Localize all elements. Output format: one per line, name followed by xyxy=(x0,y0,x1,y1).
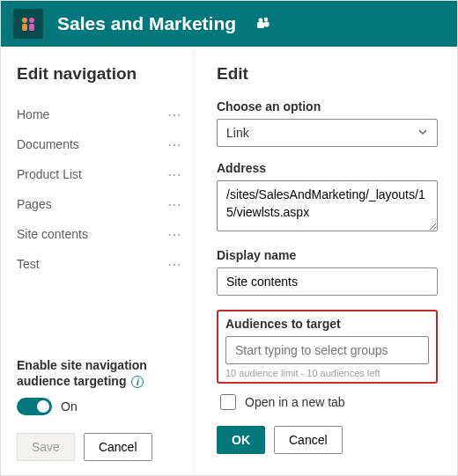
edit-panel-title: Edit xyxy=(217,64,438,84)
option-value: Link xyxy=(226,126,249,140)
app-title: Sales and Marketing xyxy=(57,13,236,34)
nav-item-site-contents[interactable]: Site contents ⋯ xyxy=(17,219,188,249)
audience-targeting-toggle-block: Enable site navigation audience targetin… xyxy=(17,343,188,461)
address-label: Address xyxy=(217,161,438,175)
toggle-state-label: On xyxy=(61,399,78,414)
nav-item-product-list[interactable]: Product List ⋯ xyxy=(17,159,188,189)
more-icon[interactable]: ⋯ xyxy=(167,196,188,213)
app-logo-icon xyxy=(13,9,43,39)
app-header: Sales and Marketing xyxy=(1,1,457,47)
more-icon[interactable]: ⋯ xyxy=(167,226,188,243)
option-label: Choose an option xyxy=(217,99,438,114)
more-icon[interactable]: ⋯ xyxy=(167,106,188,123)
displayname-label: Display name xyxy=(217,248,438,262)
nav-item-documents[interactable]: Documents ⋯ xyxy=(17,129,188,159)
callout-caret-icon xyxy=(195,265,196,281)
nav-list: Home ⋯ Documents ⋯ Product List ⋯ Pages … xyxy=(17,99,188,279)
nav-item-label: Test xyxy=(17,257,40,271)
audiences-section-highlight: Audiences to target 10 audience limit - … xyxy=(217,310,438,384)
teams-icon xyxy=(255,15,271,33)
nav-item-test[interactable]: Test ⋯ xyxy=(17,249,188,279)
chevron-down-icon xyxy=(417,126,428,140)
open-new-tab-label: Open in a new tab xyxy=(245,395,345,409)
audiences-input[interactable] xyxy=(225,336,429,364)
svg-point-2 xyxy=(29,18,34,23)
edit-navigation-panel: Edit navigation Home ⋯ Documents ⋯ Produ… xyxy=(1,47,195,475)
svg-rect-3 xyxy=(29,24,34,31)
more-icon[interactable]: ⋯ xyxy=(167,136,188,153)
audience-targeting-toggle[interactable] xyxy=(17,398,52,415)
svg-rect-6 xyxy=(257,22,264,28)
cancel-button-right[interactable]: Cancel xyxy=(274,426,343,454)
nav-item-label: Documents xyxy=(17,137,79,151)
nav-item-label: Site contents xyxy=(17,227,88,241)
open-new-tab-checkbox[interactable] xyxy=(220,394,236,410)
save-button: Save xyxy=(17,433,75,461)
nav-item-home[interactable]: Home ⋯ xyxy=(17,99,188,129)
cancel-button[interactable]: Cancel xyxy=(84,433,152,461)
nav-item-pages[interactable]: Pages ⋯ xyxy=(17,189,188,219)
edit-link-panel: Edit Choose an option Link Address Displ… xyxy=(195,47,457,475)
audience-targeting-label: Enable site navigation audience targetin… xyxy=(17,357,188,389)
svg-point-5 xyxy=(259,18,263,22)
audience-targeting-label-line1: Enable site navigation xyxy=(17,358,147,372)
nav-item-label: Pages xyxy=(17,197,52,211)
displayname-input[interactable] xyxy=(217,267,438,296)
nav-item-label: Product List xyxy=(17,167,82,181)
address-input[interactable] xyxy=(217,180,438,231)
edit-navigation-title: Edit navigation xyxy=(17,64,188,84)
more-icon[interactable]: ⋯ xyxy=(167,166,188,183)
ok-button[interactable]: OK xyxy=(217,426,265,454)
option-select[interactable]: Link xyxy=(217,119,438,147)
svg-point-4 xyxy=(264,17,268,20)
more-icon[interactable]: ⋯ xyxy=(167,256,188,273)
svg-point-0 xyxy=(22,18,27,23)
audiences-label: Audiences to target xyxy=(225,317,429,331)
audiences-hint: 10 audience limit - 10 audiences left xyxy=(225,368,429,378)
svg-rect-1 xyxy=(22,24,27,31)
svg-rect-7 xyxy=(264,21,270,26)
info-icon[interactable]: i xyxy=(131,376,144,388)
nav-item-label: Home xyxy=(17,107,49,121)
audience-targeting-label-line2: audience targeting xyxy=(17,374,126,388)
